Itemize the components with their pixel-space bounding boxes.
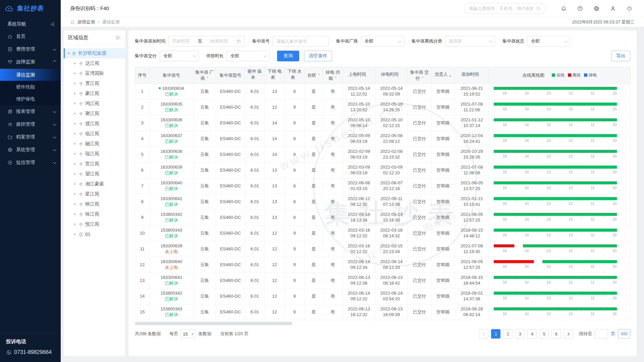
filter-icon[interactable] bbox=[335, 77, 337, 79]
bell-icon[interactable] bbox=[560, 5, 567, 12]
tree-item[interactable]: 聚江苑 bbox=[64, 109, 125, 119]
start-time-placeholder[interactable]: 开始时间 bbox=[172, 38, 190, 44]
clear-conditions-button[interactable]: 清空条件 bbox=[304, 51, 332, 61]
help-icon[interactable] bbox=[577, 5, 583, 12]
filter-icon[interactable] bbox=[422, 77, 424, 79]
sort-icon[interactable] bbox=[480, 74, 482, 79]
add-time-range-input[interactable]: 开始时间 至 结束时间 bbox=[168, 36, 245, 47]
column-header-delivery[interactable]: 集中器 交付 bbox=[408, 67, 431, 84]
scrollbar-thumb[interactable] bbox=[135, 322, 292, 325]
sidebar-item-sms[interactable]: 短信管理 bbox=[0, 156, 61, 169]
breadcrumb-item[interactable]: 通信监测 bbox=[102, 19, 120, 25]
tree-item[interactable]: 赏江苑 bbox=[64, 159, 125, 169]
column-header-added[interactable]: 添加时间 bbox=[455, 67, 489, 84]
sidebar-item-report[interactable]: 报表管理 bbox=[0, 105, 61, 118]
sidebar-item-fault[interactable]: 故障监测 bbox=[0, 56, 61, 68]
power-icon[interactable] bbox=[626, 5, 633, 12]
go-button[interactable]: GO bbox=[618, 329, 630, 339]
tree-item[interactable]: 咏江苑 bbox=[64, 209, 125, 219]
column-header-version[interactable]: 硬件 版本 bbox=[245, 67, 265, 84]
page-size-select[interactable]: 15 bbox=[180, 329, 196, 338]
timeline-segment-online bbox=[494, 181, 617, 184]
tree-item[interactable]: 临江苑 bbox=[64, 129, 125, 139]
sort-icon[interactable] bbox=[276, 77, 278, 82]
tree-item[interactable]: 融江苑 bbox=[64, 139, 125, 149]
column-header-seq: 序号 bbox=[135, 67, 150, 84]
sidebar-item-fee[interactable]: 费用管理 bbox=[0, 43, 61, 56]
tree-item[interactable]: 映江苑 bbox=[64, 199, 125, 209]
axis-tick-label: 14 bbox=[516, 122, 538, 128]
search-input[interactable] bbox=[469, 6, 533, 11]
search-icon[interactable] bbox=[536, 6, 541, 11]
global-search[interactable] bbox=[464, 3, 546, 14]
tree-item[interactable]: 富湾国际 bbox=[64, 68, 125, 78]
page-button-6[interactable]: 6 bbox=[551, 329, 561, 339]
gear-icon[interactable] bbox=[593, 5, 600, 12]
column-header-owner[interactable]: 负责人 bbox=[431, 67, 455, 84]
status-select-value: 全部 bbox=[531, 38, 540, 44]
duration-select[interactable]: 全部 bbox=[227, 51, 270, 61]
breadcrumb-item[interactable]: 故障监测 bbox=[77, 19, 95, 25]
page-button-4[interactable]: 4 bbox=[527, 329, 537, 339]
submenu-item-comm[interactable]: 通信监测 bbox=[0, 69, 61, 81]
offline-class-select[interactable]: 请选择 bbox=[445, 36, 495, 47]
tree-item[interactable]: 瑞江苑 bbox=[64, 149, 125, 159]
sort-icon[interactable] bbox=[297, 77, 299, 82]
prev-page-button[interactable] bbox=[479, 329, 488, 339]
tree-item[interactable]: 达江苑 bbox=[64, 58, 125, 68]
next-page-button[interactable] bbox=[564, 329, 573, 339]
concentrator-id-input[interactable] bbox=[273, 36, 329, 47]
page-button-1[interactable]: 1 bbox=[491, 329, 500, 339]
home-icon[interactable] bbox=[70, 20, 75, 24]
status-select[interactable]: 全部 bbox=[527, 36, 570, 47]
sidebar-item-home[interactable]: 首页 bbox=[0, 30, 61, 43]
column-header-meters[interactable]: 下辖 电表 bbox=[265, 67, 285, 84]
sort-icon[interactable] bbox=[367, 74, 369, 79]
menu-fold-icon[interactable] bbox=[50, 21, 55, 27]
jump-page-input[interactable] bbox=[595, 329, 608, 339]
cell-delivery: 已交付 bbox=[408, 304, 431, 320]
axis-tick-label: 14 bbox=[516, 311, 538, 317]
sidebar-item-archive[interactable]: 档案管理 bbox=[0, 131, 61, 143]
sort-icon[interactable] bbox=[449, 74, 451, 79]
tree-item[interactable]: 鸿江苑 bbox=[64, 99, 125, 109]
column-header-power_on[interactable]: 上电时间 bbox=[343, 67, 375, 84]
export-button[interactable]: 导出 bbox=[611, 51, 630, 61]
tree-item[interactable]: 豪江苑 bbox=[64, 88, 125, 99]
sidebar-item-control[interactable]: 操控管理 bbox=[0, 118, 61, 131]
end-time-placeholder[interactable]: 结束时间 bbox=[210, 38, 228, 44]
user-icon[interactable] bbox=[610, 5, 616, 12]
column-header-vendor[interactable]: 集中器 厂商 bbox=[194, 67, 216, 84]
page-button-2[interactable]: 2 bbox=[503, 329, 513, 339]
sort-icon[interactable] bbox=[400, 74, 402, 79]
column-label: 下辖 水表 bbox=[287, 69, 302, 80]
vendor-select[interactable]: 全部 bbox=[361, 36, 404, 47]
axis-tick-label: 12 bbox=[560, 153, 582, 159]
panel-collapse-icon[interactable] bbox=[115, 35, 121, 41]
column-header-power_off[interactable]: 掉电时间 bbox=[375, 67, 408, 84]
calendar-icon[interactable] bbox=[236, 39, 241, 44]
delivery-select[interactable]: 全部 bbox=[160, 51, 199, 61]
page-button-3[interactable]: 3 bbox=[515, 329, 525, 339]
tree-item[interactable]: 湘江豪庭 bbox=[64, 179, 125, 189]
column-header-self_dev[interactable]: 自研 bbox=[305, 67, 323, 84]
concentrator-id: 153800342 bbox=[151, 291, 192, 296]
query-button[interactable]: 查询 bbox=[277, 51, 299, 61]
tree-item[interactable]: 贯江苑 bbox=[64, 78, 125, 88]
tree-item[interactable]: 星江苑 bbox=[64, 189, 125, 199]
column-header-power_func[interactable]: 掉电 功能 bbox=[323, 67, 343, 84]
filter-icon[interactable] bbox=[207, 77, 209, 79]
tree-root-item[interactable]: 长沙世纪金源 bbox=[64, 48, 125, 58]
page-button-5[interactable]: 5 bbox=[539, 329, 549, 339]
tree-item[interactable]: 悦江苑 bbox=[64, 219, 125, 229]
sort-icon[interactable] bbox=[257, 77, 259, 82]
submenu-item-hardware[interactable]: 硬件性能 bbox=[0, 81, 61, 93]
tree-item[interactable]: 望江苑 bbox=[64, 169, 125, 179]
submenu-item-maintain[interactable]: 维护保电 bbox=[0, 93, 61, 105]
sidebar-item-system[interactable]: 系统管理 bbox=[0, 143, 61, 156]
tree-item[interactable]: 揽江苑 bbox=[64, 119, 125, 129]
tree-item[interactable]: 01 bbox=[64, 229, 125, 239]
caret-right-icon bbox=[74, 223, 77, 225]
filter-icon[interactable] bbox=[318, 74, 320, 76]
column-header-water[interactable]: 下辖 水表 bbox=[285, 67, 305, 84]
